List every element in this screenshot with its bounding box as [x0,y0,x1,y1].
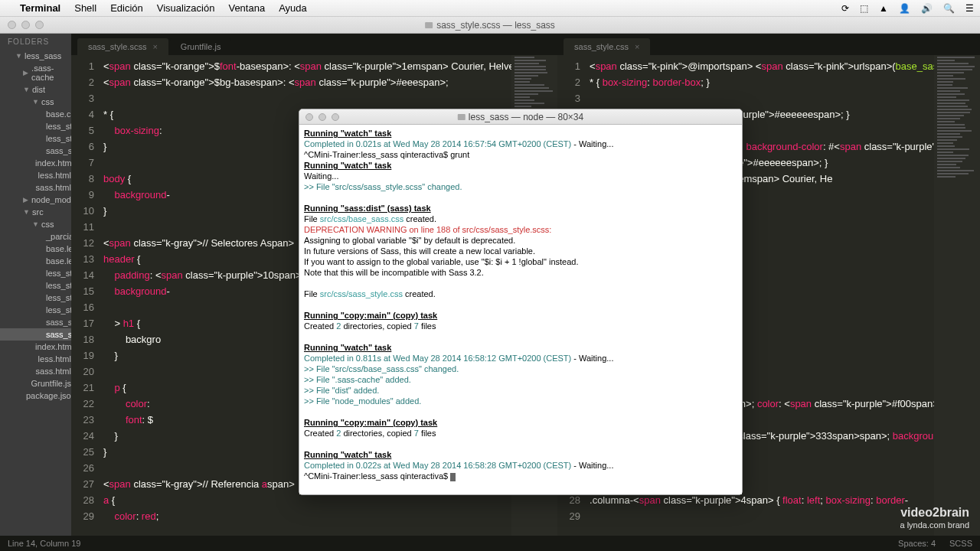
sidebar-item[interactable]: base.less [0,243,71,255]
sidebar-item[interactable]: ▶.sass-cache [0,62,71,83]
sidebar-item[interactable]: index.html [0,157,71,169]
sidebar-item[interactable]: sass.html [0,365,71,377]
search-icon[interactable]: 🔍 [943,3,955,14]
macos-menubar: Terminal Shell Edición Visualización Ven… [0,0,980,17]
sidebar-item[interactable]: less_style.less [0,304,71,316]
traffic-lights[interactable] [0,21,44,29]
statusbar: Line 14, Column 19 Spaces: 4 SCSS [0,536,980,551]
menu-app-name[interactable]: Terminal [20,2,60,14]
minimap[interactable] [934,55,980,536]
terminal-title: less_sass — node — 80×34 [469,112,583,122]
sidebar-item[interactable]: sass_style.scss [0,328,71,341]
status-lang[interactable]: SCSS [949,539,972,548]
sidebar-item[interactable]: ▼dist [0,83,71,96]
sidebar-item[interactable]: ▼src [0,206,71,218]
volume-icon[interactable]: 🔊 [921,3,933,14]
editor-title: sass_style.scss — less_sass [436,20,555,31]
sidebar-item[interactable]: base.less [0,255,71,267]
sidebar-header: FOLDERS [0,34,71,50]
menu-visualizacion[interactable]: Visualización [157,2,215,14]
sidebar-item[interactable]: less_style.css [0,132,71,145]
sidebar-item[interactable]: base.css [0,108,71,120]
status-icon[interactable]: ▲ [879,3,888,14]
status-icon[interactable]: ⬚ [860,3,868,14]
sidebar-item[interactable]: less.html [0,169,71,181]
sidebar-item[interactable]: sass.html [0,181,71,194]
traffic-lights[interactable] [299,113,339,121]
file-icon [425,22,433,28]
sidebar-item[interactable]: ▼less_sass [0,50,71,62]
terminal-titlebar[interactable]: less_sass — node — 80×34 [299,109,742,125]
menu-ayuda[interactable]: Ayuda [279,2,307,14]
tab-gruntfile[interactable]: Gruntfile.js [170,38,232,55]
sidebar-item[interactable]: index.html [0,341,71,353]
close-icon[interactable]: × [635,42,639,51]
sidebar-item[interactable]: less_style.css [0,292,71,304]
terminal-output[interactable]: Running "watch" taskCompleted in 0.021s … [299,125,742,494]
sidebar-item[interactable]: sass_style.css [0,145,71,157]
status-spaces[interactable]: Spaces: 4 [898,539,936,548]
watermark: video2brain a lynda.com brand [900,507,970,531]
sidebar-item[interactable]: Gruntfile.js [0,377,71,390]
sidebar-item[interactable]: less_style.css [0,267,71,279]
sidebar-item[interactable]: less_style.scss [0,279,71,292]
terminal-window[interactable]: less_sass — node — 80×34 Running "watch"… [299,109,743,495]
sidebar-item[interactable]: package.json [0,390,71,402]
sidebar-item[interactable]: ▼css [0,218,71,230]
tab-sass-style-scss[interactable]: sass_style.scss× [77,38,168,55]
user-icon[interactable]: 👤 [899,3,910,14]
sidebar[interactable]: FOLDERS ▼less_sass▶.sass-cache▼dist▼cssb… [0,34,71,536]
status-icon[interactable]: ⟳ [841,3,849,14]
sidebar-item[interactable]: less.html [0,353,71,365]
tab-sass-style-css[interactable]: sass_style.css× [564,38,650,55]
sidebar-item[interactable]: _parcial.scss [0,230,71,243]
sidebar-item[interactable]: ▼css [0,96,71,108]
menu-shell[interactable]: Shell [74,2,96,14]
folder-icon [458,114,466,120]
sidebar-item[interactable]: ▶node_modules [0,194,71,206]
list-icon[interactable]: ☰ [965,3,974,14]
menu-edicion[interactable]: Edición [110,2,143,14]
menu-ventana[interactable]: Ventana [228,2,265,14]
close-icon[interactable]: × [152,42,157,51]
sidebar-item[interactable]: sass_style.css [0,316,71,328]
editor-window-titlebar: sass_style.scss — less_sass [0,17,980,34]
status-cursor: Line 14, Column 19 [8,539,80,548]
sidebar-item[interactable]: less_style.css [0,120,71,132]
